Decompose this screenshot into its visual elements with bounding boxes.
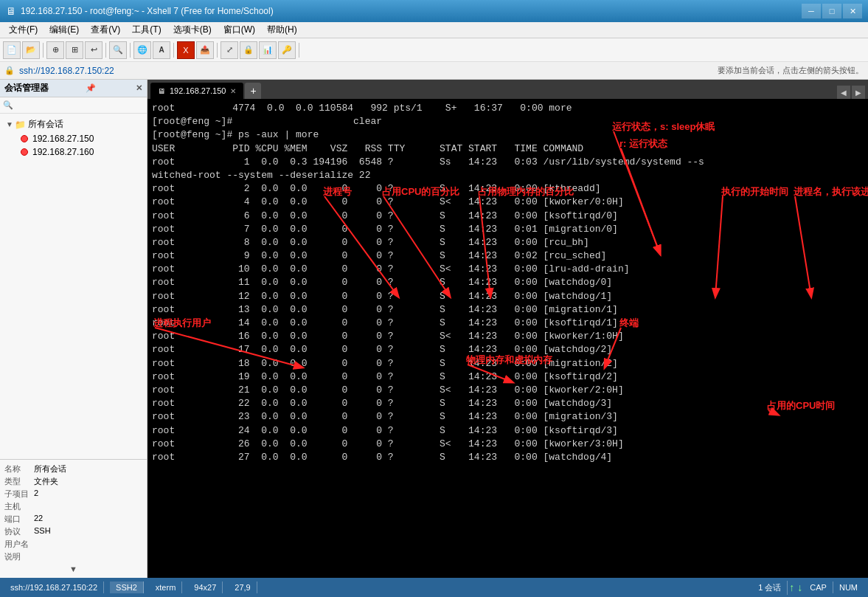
tb-key-btn[interactable]: 🔑 <box>278 41 296 59</box>
tab-add-btn[interactable]: + <box>245 83 261 99</box>
tab-nav: ◀ ▶ <box>837 86 865 99</box>
tb-sep2 <box>105 43 106 58</box>
all-sessions-label: 所有会话 <box>28 118 63 131</box>
sidebar-search-input[interactable] <box>15 101 144 110</box>
tab-close-icon[interactable]: ✕ <box>230 87 236 95</box>
tab-active[interactable]: 🖥 192.168.27.150 ✕ <box>150 83 243 99</box>
terminal-line: root 2 0.0 0.0 0 0 ? S 14:23 0:00 [kthre… <box>152 182 864 196</box>
tab-icon: 🖥 <box>158 87 165 95</box>
sidebar-conn-160[interactable]: 192.168.27.160 <box>0 145 147 159</box>
menu-file[interactable]: 文件(F) <box>3 22 44 38</box>
menu-edit[interactable]: 编辑(E) <box>44 22 85 38</box>
status-cap: CAP <box>804 582 833 593</box>
minimize-button[interactable]: ─ <box>802 4 821 18</box>
terminal-line: root 7 0.0 0.0 0 0 ? S 14:23 0:01 [migra… <box>152 223 864 236</box>
info-row-host: 主机 <box>4 500 142 513</box>
tb-new-btn[interactable]: 📄 <box>3 41 21 59</box>
terminal-line: [root@feng ~]# clear <box>152 115 864 128</box>
window-title: 192.168.27.150 - root@feng:~ - Xshell 7 … <box>21 6 802 16</box>
info-row-username: 用户名 <box>4 538 142 551</box>
sidebar-title-text: 会话管理器 <box>4 82 49 94</box>
status-sessions-count: 1 会话 <box>752 581 788 595</box>
sidebar: 会话管理器 📌 ✕ 🔍 ▼ 📁 所有会话 192.168.27.150 192.… <box>0 80 147 578</box>
title-bar: 🖥 192.168.27.150 - root@feng:~ - Xshell … <box>0 0 868 22</box>
tb-open-btn[interactable]: 📂 <box>22 41 40 59</box>
tb-sep6 <box>299 43 299 58</box>
terminal-line: root 6 0.0 0.0 0 0 ? S 14:23 0:00 [ksoft… <box>152 210 864 223</box>
terminal-line: root 13 0.0 0.0 0 0 ? S 14:23 0:00 [migr… <box>152 303 864 317</box>
status-right: 1 会话 ↑ ↓ CAP NUM <box>752 581 864 595</box>
arrow-dn-btn[interactable]: ↓ <box>797 582 802 593</box>
info-val-username <box>34 539 142 550</box>
menu-window[interactable]: 窗口(W) <box>218 22 261 38</box>
info-label-desc: 说明 <box>4 551 34 562</box>
terminal-line: root 17 0.0 0.0 0 0 ? S 14:23 0:00 [watc… <box>152 343 864 356</box>
sidebar-close-btn[interactable]: ✕ <box>136 83 142 93</box>
menu-help[interactable]: 帮助(H) <box>261 22 303 38</box>
tb-resize-btn[interactable]: ⤢ <box>221 41 238 59</box>
tb-sep4 <box>173 43 174 58</box>
tb-send-btn[interactable]: 📤 <box>196 41 214 59</box>
address-bar: 🔒 ssh://192.168.27.150:22 要添加当前会话，点击左侧的箭… <box>0 62 868 80</box>
tb-paste-btn[interactable]: ⊞ <box>66 41 83 59</box>
sidebar-tree-all-sessions[interactable]: ▼ 📁 所有会话 <box>0 117 147 132</box>
sidebar-info-panel: 名称 所有会话 类型 文件夹 子项目 2 主机 端口 22 协议 SSH <box>0 459 147 578</box>
terminal-line: root 14 0.0 0.0 0 0 ? S 14:23 0:00 [ksof… <box>152 317 864 330</box>
info-row-protocol: 协议 SSH <box>4 525 142 538</box>
terminal-line: root 22 0.0 0.0 0 0 ? S 14:23 0:00 [watc… <box>152 397 864 410</box>
sidebar-scroll-down[interactable]: ▼ <box>4 563 142 575</box>
tb-logo-btn[interactable]: X <box>177 41 195 59</box>
conn-150-label: 192.168.27.150 <box>32 134 94 144</box>
info-val-name: 所有会话 <box>34 463 142 475</box>
conn-active-icon <box>21 135 28 142</box>
info-row-type: 类型 文件夹 <box>4 475 142 488</box>
tb-connect-btn[interactable]: 🌐 <box>133 41 151 59</box>
addr-url: ssh://192.168.27.150:22 <box>19 66 713 76</box>
info-val-desc <box>34 551 142 562</box>
tb-sep3 <box>130 43 131 58</box>
terminal-line: root 4 0.0 0.0 0 0 ? S< 14:23 0:00 [kwor… <box>152 196 864 209</box>
terminal-line: root 21 0.0 0.0 0 0 ? S< 14:23 0:00 [kwo… <box>152 384 864 397</box>
sidebar-pin-icon: 📌 <box>86 83 96 93</box>
tb-copy-btn[interactable]: ⊕ <box>46 41 64 59</box>
sidebar-tree: ▼ 📁 所有会话 192.168.27.150 192.168.27.160 <box>0 114 147 459</box>
terminal-line: root 11 0.0 0.0 0 0 ? S 14:23 0:00 [watc… <box>152 276 864 289</box>
info-label-children: 子项目 <box>4 489 34 500</box>
status-terminal: xterm <box>150 582 183 593</box>
info-val-host <box>34 501 142 512</box>
terminal-lines: root 4774 0.0 0.0 110584 992 pts/1 S+ 16… <box>152 102 864 464</box>
terminal-line: root 10 0.0 0.0 0 0 ? S< 14:23 0:00 [lru… <box>152 263 864 276</box>
sidebar-conn-150[interactable]: 192.168.27.150 <box>0 132 147 145</box>
toolbar: 📄 📂 ⊕ ⊞ ↩ 🔍 🌐 A X 📤 ⤢ 🔒 📊 🔑 <box>0 38 868 62</box>
status-bar: ssh://192.168.27.150:22 SSH2 xterm 94x27… <box>0 578 868 597</box>
menu-tools[interactable]: 工具(T) <box>126 22 167 38</box>
terminal-line: root 23 0.0 0.0 0 0 ? S 14:23 0:00 [migr… <box>152 410 864 424</box>
info-label-host: 主机 <box>4 501 34 512</box>
arrow-up-btn[interactable]: ↑ <box>789 582 794 593</box>
tb-monitor-btn[interactable]: 📊 <box>259 41 277 59</box>
folder-icon: 📁 <box>15 120 25 130</box>
menu-tabs[interactable]: 选项卡(B) <box>167 22 218 38</box>
tab-nav-right[interactable]: ▶ <box>852 86 865 99</box>
tb-font-btn[interactable]: A <box>153 41 170 59</box>
status-coords: 27,9 <box>229 582 257 593</box>
terminal-line: root 9 0.0 0.0 0 0 ? S 14:23 0:02 [rcu_s… <box>152 249 864 263</box>
terminal-content[interactable]: root 4774 0.0 0.0 110584 992 pts/1 S+ 16… <box>147 99 868 578</box>
tb-search-btn[interactable]: 🔍 <box>109 41 127 59</box>
maximize-button[interactable]: □ <box>822 4 841 18</box>
terminal-line: root 8 0.0 0.0 0 0 ? S 14:23 0:00 [rcu_b… <box>152 236 864 249</box>
info-row-name: 名称 所有会话 <box>4 463 142 475</box>
tb-sep1 <box>43 43 44 58</box>
tab-label: 192.168.27.150 <box>170 86 226 95</box>
status-session: SSH2 <box>110 582 144 593</box>
close-button[interactable]: ✕ <box>843 4 862 18</box>
terminal-line: witched-root --system --deserialize 22 <box>152 169 864 182</box>
tb-undo-btn[interactable]: ↩ <box>85 41 103 59</box>
tb-lock-btn[interactable]: 🔒 <box>240 41 257 59</box>
tab-nav-left[interactable]: ◀ <box>837 86 850 99</box>
menu-view[interactable]: 查看(V) <box>85 22 126 38</box>
window-controls: ─ □ ✕ <box>802 4 862 18</box>
terminal-line: root 18 0.0 0.0 0 0 ? S 14:23 0:00 [migr… <box>152 357 864 370</box>
terminal-line: [root@feng ~]# ps -aux | more <box>152 128 864 142</box>
addr-note: 要添加当前会话，点击左侧的箭头按钮。 <box>718 65 864 76</box>
